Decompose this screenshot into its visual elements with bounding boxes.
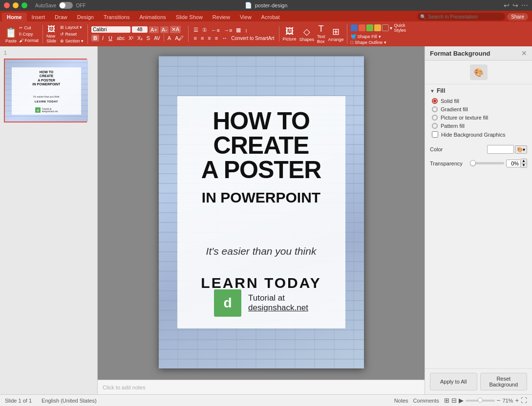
indent-decrease-btn[interactable]: ←≡ bbox=[210, 27, 221, 34]
reading-view-btn[interactable]: ▶ bbox=[459, 397, 464, 404]
transparency-decrement-btn[interactable]: ▼ bbox=[521, 163, 527, 167]
style-swatch[interactable] bbox=[374, 24, 381, 31]
smartart-btn[interactable]: Convert to SmartArt bbox=[230, 35, 276, 41]
char-spacing-btn[interactable]: AV bbox=[152, 35, 162, 41]
shape-outline-btn[interactable]: □ Shape Outline ▾ bbox=[351, 40, 406, 45]
format-btn[interactable]: 🖌 Format bbox=[18, 38, 40, 43]
align-left-btn[interactable]: ≡ bbox=[192, 35, 198, 41]
textbox-btn[interactable]: T TextBox bbox=[317, 24, 325, 44]
view-sorter-btn[interactable]: ⊟ bbox=[451, 397, 457, 404]
style-swatch[interactable] bbox=[382, 24, 389, 31]
tab-animations[interactable]: Animations bbox=[134, 13, 170, 21]
bullets-btn[interactable]: ☰ bbox=[192, 26, 200, 34]
tab-acrobat[interactable]: Acrobat bbox=[256, 13, 285, 21]
slide-canvas[interactable]: HOW TO CREATE A POSTER IN POWERPOINT It'… bbox=[159, 56, 364, 368]
view-normal-btn[interactable]: ⊞ bbox=[444, 397, 449, 404]
undo-btn[interactable]: ↩ bbox=[504, 1, 510, 9]
tab-home[interactable]: Home bbox=[2, 13, 27, 21]
close-window-btn[interactable] bbox=[4, 2, 10, 8]
cut-btn[interactable]: ✂ Cut bbox=[18, 25, 40, 31]
tab-review[interactable]: Review bbox=[208, 13, 235, 21]
text-direction-btn[interactable]: ↔ bbox=[220, 35, 229, 41]
window-controls[interactable] bbox=[4, 2, 27, 8]
clear-format-btn[interactable]: ✕A bbox=[170, 26, 181, 33]
color-swatch[interactable] bbox=[487, 145, 514, 154]
picture-fill-radio[interactable] bbox=[432, 115, 438, 121]
comments-btn[interactable]: Comments bbox=[413, 398, 439, 404]
color-picker-btn[interactable]: 🎨▾ bbox=[515, 145, 527, 154]
more-btn[interactable]: ⋯ bbox=[521, 1, 528, 9]
zoom-out-btn[interactable]: − bbox=[497, 397, 501, 404]
reset-btn[interactable]: ↺ Reset bbox=[59, 31, 85, 37]
subscript-btn[interactable]: X₂ bbox=[136, 35, 144, 41]
fit-slide-btn[interactable]: ⛶ bbox=[521, 397, 527, 404]
highlight-btn[interactable]: A🖊 bbox=[173, 35, 185, 41]
tab-view[interactable]: View bbox=[235, 13, 256, 21]
panel-close-btn[interactable]: ✕ bbox=[521, 49, 527, 57]
solid-fill-radio[interactable] bbox=[432, 98, 438, 104]
transparency-slider[interactable] bbox=[470, 162, 504, 164]
minimize-window-btn[interactable] bbox=[13, 2, 19, 8]
section-btn[interactable]: ⊕ Section ▾ bbox=[59, 38, 85, 44]
font-size-increase-btn[interactable]: A+ bbox=[149, 26, 159, 33]
font-size-input[interactable] bbox=[132, 26, 148, 33]
tab-slideshow[interactable]: Slide Show bbox=[171, 13, 208, 21]
tab-draw[interactable]: Draw bbox=[50, 13, 72, 21]
font-size-decrease-btn[interactable]: A- bbox=[160, 26, 169, 33]
tab-design[interactable]: Design bbox=[72, 13, 99, 21]
justify-btn[interactable]: ≡ bbox=[213, 35, 219, 41]
shape-fill-btn[interactable]: 🪣 Shape Fill ▾ bbox=[351, 34, 406, 39]
tab-insert[interactable]: Insert bbox=[27, 13, 50, 21]
reset-background-btn[interactable]: Reset Background bbox=[480, 373, 528, 390]
share-button[interactable]: Share bbox=[507, 13, 528, 20]
notes-bar[interactable]: Click to add notes bbox=[98, 380, 425, 394]
hide-graphics-option[interactable]: Hide Background Graphics bbox=[432, 131, 527, 138]
numbering-btn[interactable]: ① bbox=[201, 26, 209, 34]
text-shadow-btn[interactable]: S bbox=[145, 35, 151, 41]
zoom-in-btn[interactable]: + bbox=[515, 397, 519, 404]
fill-icon-btn[interactable]: 🎨 bbox=[470, 64, 488, 80]
hide-graphics-checkbox[interactable] bbox=[432, 131, 438, 138]
shapes-btn[interactable]: ◇ Shapes bbox=[299, 26, 315, 42]
font-name-input[interactable] bbox=[91, 26, 130, 33]
align-center-btn[interactable]: ≡ bbox=[199, 35, 205, 41]
color-control[interactable]: 🎨▾ bbox=[487, 145, 527, 154]
notes-btn[interactable]: Notes bbox=[394, 398, 408, 404]
layout-btn[interactable]: ⊞ Layout ▾ bbox=[59, 24, 85, 30]
pattern-fill-radio[interactable] bbox=[432, 123, 438, 129]
tab-transitions[interactable]: Transitions bbox=[99, 13, 134, 21]
gradient-fill-option[interactable]: Gradient fill bbox=[432, 106, 527, 112]
font-color-btn[interactable]: A bbox=[166, 35, 172, 41]
search-input[interactable] bbox=[428, 14, 502, 20]
new-slide-btn[interactable]: 🖼 NewSlide bbox=[46, 25, 56, 43]
line-spacing-btn[interactable]: ↕ bbox=[243, 27, 249, 34]
search-bar[interactable]: 🔍 bbox=[417, 13, 505, 20]
picture-fill-option[interactable]: Picture or texture fill bbox=[432, 115, 527, 121]
maximize-window-btn[interactable] bbox=[21, 2, 27, 8]
autosave-toggle[interactable] bbox=[59, 2, 73, 9]
redo-btn[interactable]: ↪ bbox=[512, 1, 518, 9]
bold-btn[interactable]: B bbox=[91, 35, 99, 41]
align-right-btn[interactable]: ≡ bbox=[206, 35, 212, 41]
zoom-slider[interactable] bbox=[466, 400, 495, 402]
apply-to-all-btn[interactable]: Apply to All bbox=[430, 373, 477, 390]
solid-fill-option[interactable]: Solid fill bbox=[432, 98, 527, 104]
strikethrough-btn[interactable]: abc bbox=[115, 35, 126, 41]
slide-thumbnail[interactable]: HOW TOCREATEA POSTERIN POWERPOINT It's e… bbox=[4, 59, 87, 122]
style-swatch[interactable] bbox=[351, 24, 358, 31]
superscript-btn[interactable]: X² bbox=[127, 35, 135, 41]
indent-increase-btn[interactable]: →≡ bbox=[222, 27, 234, 34]
paste-btn[interactable]: 📋 Paste bbox=[5, 27, 17, 43]
pattern-fill-option[interactable]: Pattern fill bbox=[432, 123, 527, 129]
underline-btn[interactable]: U bbox=[106, 35, 114, 41]
quick-styles-more-btn[interactable]: ▾ bbox=[390, 24, 392, 31]
picture-btn[interactable]: 🖼 Picture bbox=[283, 26, 297, 41]
arrange-btn[interactable]: ⊞ Arrange bbox=[328, 26, 344, 42]
style-swatch[interactable] bbox=[359, 24, 365, 31]
style-swatch[interactable] bbox=[366, 24, 373, 31]
gradient-fill-radio[interactable] bbox=[432, 106, 438, 112]
transparency-value-input[interactable] bbox=[506, 160, 521, 167]
copy-btn[interactable]: ⎘ Copy bbox=[18, 31, 40, 37]
italic-btn[interactable]: I bbox=[100, 35, 106, 41]
columns-btn[interactable]: ▦ bbox=[234, 26, 242, 34]
